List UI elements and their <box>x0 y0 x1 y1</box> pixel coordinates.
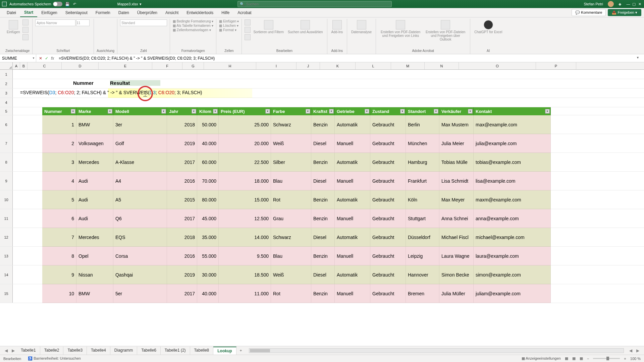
normal-view-icon[interactable]: ▦ <box>565 356 568 361</box>
row-header[interactable]: 15 <box>0 284 13 303</box>
table-row[interactable]: 9NissanQashqai201930.00018.500WeißDiesel… <box>42 265 551 284</box>
table-row[interactable]: 5AudiA5201580.00015.000RotBenzinAutomati… <box>42 190 551 209</box>
column-header-D[interactable]: D <box>62 62 99 69</box>
delete-cells-button[interactable]: ▦ Löschen ▾ <box>219 24 238 27</box>
row-header[interactable]: 1 <box>0 70 13 79</box>
column-header-L[interactable]: L <box>356 62 391 69</box>
cell-jahr[interactable]: 2015 <box>167 190 197 209</box>
filter-icon[interactable]: ▾ <box>71 109 75 114</box>
row-header[interactable]: 12 <box>0 228 13 246</box>
ribbon-tab-start[interactable]: Start <box>20 8 37 17</box>
ribbon-tab-seitenlayout[interactable]: Seitenlayout <box>61 8 92 17</box>
table-header-standort[interactable]: Standort▾ <box>406 107 439 115</box>
format-as-table-button[interactable]: ▦ Als Tabelle formatieren ▾ <box>173 24 213 27</box>
sheet-tab-diagramm[interactable]: Diagramm <box>110 347 137 355</box>
sort-filter-button[interactable]: Sortieren und Filtern <box>252 19 285 35</box>
formula-bar[interactable]: =SVERWEIS(D3; C6:O20; 2; FALSCH) & " -> … <box>57 56 644 61</box>
sheet-tab-tabelle4[interactable]: Tabelle4 <box>87 347 110 355</box>
cell-km[interactable]: 30.000 <box>197 265 219 284</box>
cell-styles-button[interactable]: ▦ Zellenformatvorlagen ▾ <box>173 28 211 32</box>
row-header[interactable]: 4 <box>0 98 13 107</box>
sheet-tab-tabelle8[interactable]: Tabelle8 <box>190 347 214 355</box>
cell-preis[interactable]: 15.000 <box>219 190 271 209</box>
cell-verk[interactable]: Laura Wagne <box>439 247 474 265</box>
column-header-K[interactable]: K <box>320 62 356 69</box>
sheet-tab-tabelle2[interactable]: Tabelle2 <box>40 347 64 355</box>
cell-num[interactable]: 7 <box>42 228 76 247</box>
clear-icon[interactable] <box>245 34 251 40</box>
cell-preis[interactable]: 12.500 <box>219 209 271 228</box>
cell-zustand[interactable]: Gebraucht <box>370 190 406 209</box>
sum-icon[interactable] <box>245 19 251 25</box>
ribbon-tab-daten[interactable]: Daten <box>114 8 133 17</box>
cell-jahr[interactable]: 2017 <box>167 153 197 172</box>
row-header[interactable]: 10 <box>0 190 13 209</box>
cell-preis[interactable]: 18.500 <box>219 265 271 284</box>
font-select[interactable] <box>35 19 75 26</box>
ribbon-tab-hilfe[interactable]: Hilfe <box>217 8 233 17</box>
name-box-input[interactable] <box>2 56 34 61</box>
ribbon-tab-acrobat[interactable]: Acrobat <box>233 8 255 17</box>
cell-kontakt[interactable]: max@example.com <box>474 115 551 134</box>
row-header[interactable]: 6 <box>0 115 13 134</box>
cell-kontakt[interactable]: julia@example.com <box>474 134 551 153</box>
cell-km[interactable]: 40.000 <box>197 284 219 303</box>
cell-kraft[interactable]: Benzin <box>311 115 335 134</box>
cell-getriebe[interactable]: Automatik <box>335 265 370 284</box>
share-button[interactable]: 📤 Freigeben ▾ <box>608 9 641 16</box>
cell-standort[interactable]: Hannover <box>406 265 439 284</box>
table-row[interactable]: 6AudiQ6201745.00012.500GrauBenzinManuell… <box>42 209 551 228</box>
cell-preis[interactable]: 9.500 <box>219 247 271 265</box>
scroll-left-icon[interactable]: ◀ <box>627 348 634 353</box>
username-label[interactable]: Stefan Petri <box>584 2 603 6</box>
table-header-nummer[interactable]: Nummer▾ <box>42 107 76 115</box>
sheet-tab-tabelle12[interactable]: Tabelle1 (2) <box>161 347 190 355</box>
column-header-A[interactable]: A <box>13 62 20 69</box>
cell-km[interactable]: 40.000 <box>197 134 219 153</box>
format-painter-icon[interactable] <box>22 34 29 40</box>
cell-kraft[interactable]: Diesel <box>311 265 335 284</box>
filter-icon[interactable]: ▾ <box>265 109 270 114</box>
column-header-J[interactable]: J <box>297 62 320 69</box>
ribbon-tab-ansicht[interactable]: Ansicht <box>161 8 182 17</box>
fx-icon[interactable]: fx <box>51 56 54 61</box>
chevron-down-icon[interactable]: ▼ <box>32 57 35 60</box>
cell-zustand[interactable]: Gebraucht <box>370 265 406 284</box>
cell-num[interactable]: 2 <box>42 134 76 153</box>
cell-verk[interactable]: Lisa Schmidt <box>439 172 474 190</box>
filter-icon[interactable]: ▾ <box>108 109 112 114</box>
cell-marke[interactable]: Audi <box>76 209 113 228</box>
cell-modell[interactable]: Corsa <box>113 247 167 265</box>
cell-standort[interactable]: Leipzig <box>406 247 439 265</box>
page-layout-icon[interactable]: ▦ <box>572 356 576 361</box>
cell-standort[interactable]: Hamburg <box>406 153 439 172</box>
chatgpt-button[interactable]: ChatGPT for Excel <box>473 19 503 35</box>
column-header-P[interactable]: P <box>536 62 576 69</box>
table-header-kilom[interactable]: Kilom▾ <box>197 107 219 115</box>
cell-verk[interactable]: Tobias Mülle <box>439 153 474 172</box>
row-header[interactable]: 11 <box>0 209 13 228</box>
column-header-M[interactable]: M <box>391 62 425 69</box>
cell-verk[interactable]: Michael Fiscl <box>439 228 474 247</box>
filter-icon[interactable]: ▾ <box>192 109 196 114</box>
cell-jahr[interactable]: 2018 <box>167 115 197 134</box>
toggle-icon[interactable] <box>53 2 62 6</box>
cell-zustand[interactable]: Gebraucht <box>370 153 406 172</box>
accept-formula-icon[interactable]: ✓ <box>45 56 48 61</box>
chevron-down-icon[interactable]: ▾ <box>140 2 142 6</box>
cell-farbe[interactable]: Blau <box>271 172 311 190</box>
cell-modell[interactable]: EQS <box>113 228 167 247</box>
cell-farbe[interactable]: Weiß <box>271 134 311 153</box>
add-sheet-button[interactable]: + <box>236 348 246 353</box>
sheet-tab-tabelle1[interactable]: Tabelle1 <box>17 347 40 355</box>
cell-farbe[interactable]: Rot <box>271 284 311 303</box>
cell-farbe[interactable]: Silber <box>271 153 311 172</box>
paste-button[interactable]: Einfügen <box>5 19 21 35</box>
cell-zustand[interactable]: Gebraucht <box>370 172 406 190</box>
table-row[interactable]: 1BMW3er201850.00025.000SchwarzBenzinAuto… <box>42 115 551 134</box>
cell-getriebe[interactable]: Automatik <box>335 228 370 247</box>
cell-num[interactable]: 1 <box>42 115 76 134</box>
table-header-getriebe[interactable]: Getriebe▾ <box>335 107 370 115</box>
row-header[interactable]: 8 <box>0 153 13 171</box>
autosave-toggle[interactable]: Automatisches Speichern <box>9 2 62 6</box>
